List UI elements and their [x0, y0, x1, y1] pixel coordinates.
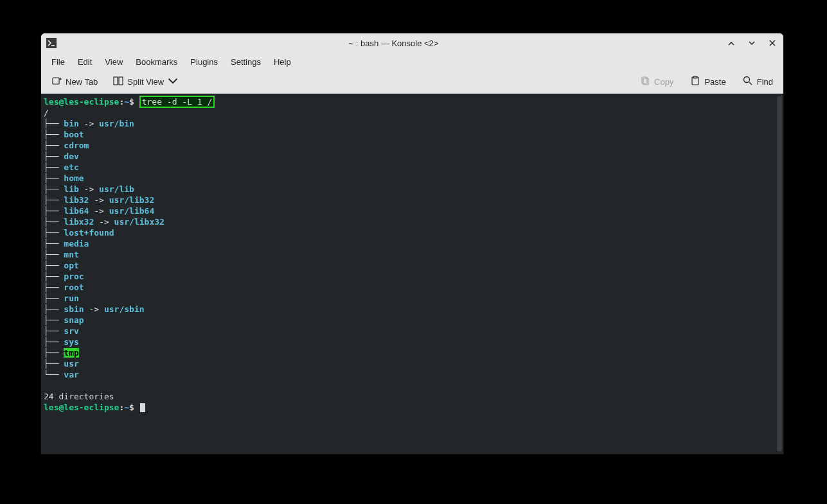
svg-line-11: [749, 82, 752, 85]
chevron-down-icon: [168, 76, 178, 88]
svg-rect-1: [53, 78, 59, 84]
tree-dir: bin: [64, 119, 78, 128]
tree-symlink-target: usr/lib32: [109, 195, 154, 205]
split-view-label: Split View: [127, 77, 164, 87]
tree-branch: ├──: [44, 326, 64, 336]
tree-dir: lib: [64, 184, 78, 194]
split-view-button[interactable]: Split View: [109, 73, 182, 91]
prompt-dollar: $: [129, 97, 134, 107]
tree-dir: lib64: [64, 206, 89, 216]
tree-branch: ├──: [44, 173, 64, 183]
tree-dir: libx32: [64, 217, 94, 227]
minimize-button[interactable]: [725, 37, 737, 49]
tree-branch: ├──: [44, 228, 64, 238]
tree-branch: ├──: [44, 359, 64, 369]
terminal-cursor: [140, 403, 145, 412]
tree-symlink-arrow: ->: [89, 206, 109, 216]
tree-branch: ├──: [44, 130, 64, 139]
terminal-area: les@les-eclipse:~$ tree -d -L 1 / / ├── …: [41, 94, 783, 454]
tree-dir: media: [64, 239, 89, 248]
tree-branch: ├──: [44, 272, 64, 281]
tree-dir: etc: [64, 162, 78, 172]
tree-branch: ├──: [44, 184, 64, 194]
tree-dir: home: [64, 173, 84, 183]
menu-settings[interactable]: Settings: [224, 55, 267, 69]
tree-dir: var: [64, 370, 78, 379]
tree-dir: run: [64, 293, 78, 303]
tree-dir: lost+found: [64, 228, 114, 238]
close-button[interactable]: [767, 37, 778, 49]
tree-branch: ├──: [44, 348, 64, 358]
command-highlight: tree -d -L 1 /: [139, 96, 215, 108]
copy-icon: [640, 76, 650, 88]
tree-symlink-arrow: ->: [94, 217, 114, 227]
prompt-path: ~: [124, 403, 129, 412]
tree-dir: mnt: [64, 250, 78, 259]
terminal-output[interactable]: les@les-eclipse:~$ tree -d -L 1 / / ├── …: [41, 94, 777, 454]
tree-branch: ├──: [44, 195, 64, 205]
svg-point-10: [743, 77, 749, 83]
paste-button[interactable]: Paste: [686, 73, 729, 91]
tree-branch: ├──: [44, 261, 64, 270]
tree-dir: lib32: [64, 195, 89, 205]
tree-branch: └──: [44, 370, 64, 379]
toolbar: New Tab Split View Copy Paste Find: [41, 71, 783, 94]
menu-file[interactable]: File: [45, 55, 71, 69]
tree-dir: boot: [64, 130, 84, 139]
tree-branch: ├──: [44, 337, 64, 347]
new-tab-button[interactable]: New Tab: [48, 73, 102, 91]
tree-dir: sbin: [64, 304, 84, 314]
tree-symlink-target: usr/bin: [99, 119, 134, 128]
tree-branch: ├──: [44, 119, 64, 128]
copy-button[interactable]: Copy: [636, 73, 677, 91]
tree-branch: ├──: [44, 162, 64, 172]
copy-label: Copy: [654, 77, 673, 87]
tree-dir: srv: [64, 326, 78, 336]
menu-view[interactable]: View: [98, 55, 129, 69]
tree-dir: opt: [64, 261, 78, 270]
prompt-user: les@les-eclipse: [44, 403, 119, 412]
paste-label: Paste: [704, 77, 725, 87]
tree-summary: 24 directories: [44, 392, 114, 401]
tree-branch: ├──: [44, 206, 64, 216]
konsole-window: ~ : bash — Konsole <2> File Edit View Bo…: [41, 33, 783, 454]
tree-dir: cdrom: [64, 141, 89, 150]
prompt-dollar: $: [129, 403, 134, 412]
paste-icon: [690, 76, 700, 88]
tree-symlink-target: usr/lib64: [109, 206, 154, 216]
tree-dir: snap: [64, 315, 84, 325]
tree-dir: proc: [64, 272, 84, 281]
tree-symlink-arrow: ->: [89, 195, 109, 205]
tree-dir-highlight: tmp: [64, 348, 78, 358]
window-title: ~ : bash — Konsole <2>: [62, 39, 725, 48]
maximize-button[interactable]: [746, 37, 758, 49]
menu-help[interactable]: Help: [267, 55, 298, 69]
find-button[interactable]: Find: [739, 73, 777, 91]
tree-dir: sys: [64, 337, 78, 347]
new-tab-icon: [51, 76, 62, 88]
tree-root: /: [44, 108, 49, 117]
tree-symlink-target: usr/libx32: [114, 217, 165, 227]
tree-branch: ├──: [44, 152, 64, 161]
menu-edit[interactable]: Edit: [71, 55, 98, 69]
svg-rect-5: [119, 77, 123, 85]
menu-plugins[interactable]: Plugins: [184, 55, 224, 69]
tree-symlink-arrow: ->: [84, 304, 104, 314]
tree-symlink-target: usr/lib: [99, 184, 134, 194]
tree-branch: ├──: [44, 315, 64, 325]
terminal-scrollbar[interactable]: [777, 96, 782, 451]
prompt-user: les@les-eclipse: [44, 97, 119, 107]
tree-branch: ├──: [44, 282, 64, 292]
terminal-app-icon: [46, 38, 57, 48]
tree-branch: ├──: [44, 217, 64, 227]
tree-symlink-arrow: ->: [79, 119, 99, 128]
svg-rect-4: [114, 77, 118, 85]
tree-branch: ├──: [44, 239, 64, 248]
tree-branch: ├──: [44, 304, 64, 314]
prompt-path: ~: [124, 97, 129, 107]
menu-bookmarks[interactable]: Bookmarks: [129, 55, 184, 69]
tree-dir: root: [64, 282, 84, 292]
titlebar: ~ : bash — Konsole <2>: [41, 33, 783, 53]
find-label: Find: [757, 77, 773, 87]
split-view-icon: [113, 76, 123, 88]
